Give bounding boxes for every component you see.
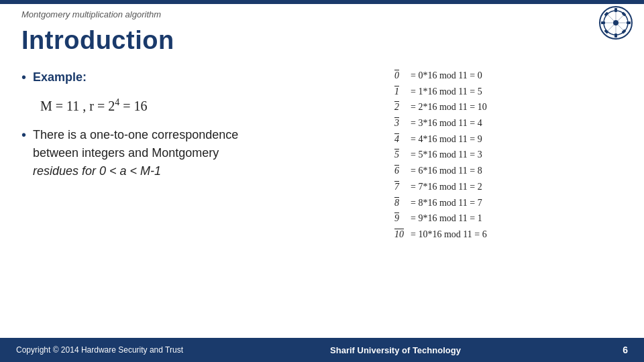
footer: Copyright © 2014 Hardware Security and T…: [0, 338, 644, 362]
left-content: • Example: M = 11 , r = 24 = 16 • There …: [21, 68, 381, 242]
math-row: 2 = 2*16 mod 11 = 10: [394, 100, 623, 115]
math-row: 3 = 3*16 mod 11 = 4: [394, 116, 623, 131]
math-eq: = 7*16 mod 11 = 2: [411, 180, 482, 194]
footer-university: Sharif University of Technology: [183, 345, 608, 355]
math-lhs: 3: [394, 116, 408, 131]
eq-main: M = 11 , r = 24 = 16: [40, 99, 148, 113]
slide-subtitle: Montgomery multiplication algorithm: [0, 4, 644, 22]
example-bullet: • Example:: [21, 68, 374, 86]
slide: Montgomery multiplication algorithm Intr…: [0, 0, 644, 362]
math-eq: = 5*16 mod 11 = 3: [411, 147, 482, 162]
footer-copyright: Copyright © 2014 Hardware Security and T…: [16, 345, 183, 355]
math-row: 10 = 10*16 mod 11 = 6: [394, 227, 623, 242]
math-lhs: 4: [394, 132, 408, 147]
university-logo: [598, 5, 633, 40]
math-eq: = 6*16 mod 11 = 8: [411, 164, 482, 178]
example-label: Example:: [33, 70, 87, 84]
content-area: • Example: M = 11 , r = 24 = 16 • There …: [0, 68, 644, 242]
example-text: Example:: [33, 68, 87, 86]
math-eq: = 4*16 mod 11 = 9: [411, 132, 482, 147]
svg-rect-9: [604, 29, 608, 34]
footer-page: 6: [608, 345, 628, 355]
correspondence-bullet: • There is a one-to-one correspondence b…: [21, 126, 374, 180]
math-lhs: 10: [394, 227, 408, 242]
bullet-dot-1: •: [21, 70, 26, 85]
math-lhs: 7: [394, 180, 408, 194]
slide-title: Introduction: [0, 22, 644, 62]
math-lhs: 2: [394, 100, 408, 115]
math-row: 5 = 5*16 mod 11 = 3: [394, 147, 623, 162]
corr-line1: There is a one-to-one correspondence: [33, 126, 238, 144]
math-lhs: 9: [394, 211, 408, 226]
math-eq: = 0*16 mod 11 = 0: [411, 68, 482, 83]
math-eq: = 10*16 mod 11 = 6: [411, 227, 487, 242]
math-lhs: 8: [394, 196, 408, 210]
exponent: 4: [115, 97, 119, 107]
math-eq: = 9*16 mod 11 = 1: [411, 211, 482, 226]
math-row: 7 = 7*16 mod 11 = 2: [394, 180, 623, 194]
math-row: 9 = 9*16 mod 11 = 1: [394, 211, 623, 226]
math-row: 1 = 1*16 mod 11 = 5: [394, 84, 623, 99]
corr-line3: residues for 0 < a < M-1: [33, 162, 238, 180]
svg-rect-7: [604, 11, 608, 16]
math-row: 8 = 8*16 mod 11 = 7: [394, 196, 623, 210]
math-lhs: 6: [394, 164, 408, 178]
math-lhs: 0: [394, 68, 408, 83]
math-row: 6 = 6*16 mod 11 = 8: [394, 164, 623, 178]
corr-line2: between integers and Montgomery: [33, 144, 238, 162]
math-lhs: 5: [394, 147, 408, 162]
math-row: 4 = 4*16 mod 11 = 9: [394, 132, 623, 147]
math-eq: = 1*16 mod 11 = 5: [411, 84, 482, 99]
example-equation: M = 11 , r = 24 = 16: [40, 99, 374, 114]
math-table: 0 = 0*16 mod 11 = 01 = 1*16 mod 11 = 52 …: [394, 68, 623, 242]
math-lhs: 1: [394, 84, 408, 99]
math-eq: = 3*16 mod 11 = 4: [411, 116, 482, 131]
math-eq: = 2*16 mod 11 = 10: [411, 100, 487, 115]
math-row: 0 = 0*16 mod 11 = 0: [394, 68, 623, 83]
bullet-dot-2: •: [21, 127, 26, 143]
correspondence-text: There is a one-to-one correspondence bet…: [33, 126, 238, 180]
math-eq: = 8*16 mod 11 = 7: [411, 196, 482, 210]
